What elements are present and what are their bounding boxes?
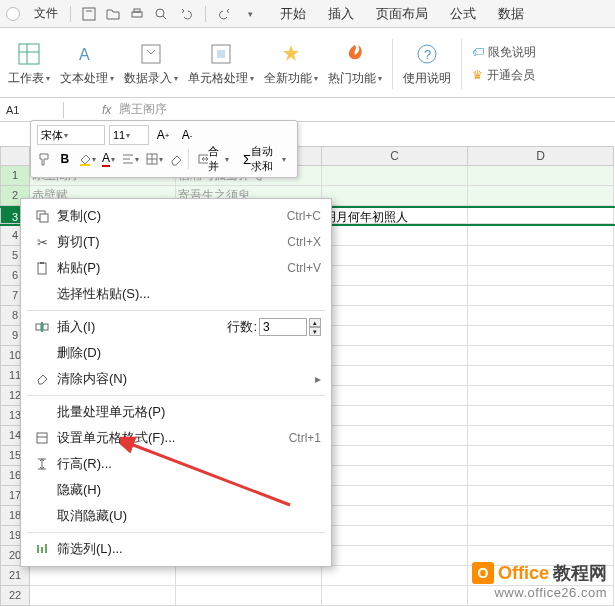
crown-icon: ♛ (472, 68, 483, 82)
bold-button[interactable]: B (57, 149, 73, 169)
quick-access-toolbar: ▾ (75, 6, 258, 22)
open-vip[interactable]: ♛开通会员 (472, 67, 536, 84)
svg-line-5 (163, 16, 166, 19)
svg-rect-25 (38, 263, 46, 274)
insert-icon (31, 320, 53, 334)
cell[interactable] (322, 226, 468, 246)
ribbon-label: 工作表 (8, 70, 44, 87)
menu-separator (27, 395, 325, 396)
file-menu[interactable]: 文件 (26, 5, 66, 22)
menu-paste-special[interactable]: 选择性粘贴(S)... (21, 281, 331, 307)
ribbon-right: 🏷限免说明 ♛开通会员 (472, 44, 536, 84)
ribbon-new-features[interactable]: 全新功能▾ (264, 40, 318, 87)
tab-home[interactable]: 开始 (278, 1, 308, 27)
menu-batch-cells[interactable]: 批量处理单元格(P) (21, 399, 331, 425)
menu-paste[interactable]: 粘贴(P)Ctrl+V (21, 255, 331, 281)
menu-unhide[interactable]: 取消隐藏(U) (21, 503, 331, 529)
redo-icon[interactable] (218, 6, 234, 22)
menu-cut[interactable]: ✂剪切(T)Ctrl+X (21, 229, 331, 255)
worksheet-icon (15, 40, 43, 68)
border-icon[interactable]: ▾ (144, 149, 164, 169)
menu-separator (27, 532, 325, 533)
star-icon (277, 40, 305, 68)
cell[interactable] (468, 246, 614, 266)
svg-point-4 (156, 9, 164, 17)
row-header[interactable]: 21 (0, 566, 30, 586)
fontsize-select[interactable]: 11▾ (109, 125, 149, 145)
merge-button[interactable]: 合并▾ (193, 149, 234, 169)
col-header[interactable]: C (322, 146, 468, 166)
decrease-font-icon[interactable]: A- (177, 125, 197, 145)
print-icon[interactable] (129, 6, 145, 22)
vip-info[interactable]: 🏷限免说明 (472, 44, 536, 61)
formula-text[interactable]: 腾王阁序 (119, 101, 167, 118)
cell[interactable] (322, 166, 468, 186)
cell[interactable] (468, 186, 614, 206)
separator (461, 39, 462, 89)
cell[interactable] (322, 246, 468, 266)
name-box[interactable]: A1 (0, 102, 64, 118)
align-icon[interactable]: ▾ (120, 149, 140, 169)
tab-formula[interactable]: 公式 (448, 1, 478, 27)
svg-rect-36 (41, 547, 43, 553)
row-header[interactable]: 1 (0, 166, 30, 186)
brand-suffix: 教程网 (553, 561, 607, 585)
svg-rect-35 (37, 545, 39, 553)
menu-format-cells[interactable]: 设置单元格格式(F)...Ctrl+1 (21, 425, 331, 451)
cell[interactable]: 明月何年初照人 (322, 208, 468, 224)
context-menu: 复制(C)Ctrl+C ✂剪切(T)Ctrl+X 粘贴(P)Ctrl+V 选择性… (20, 198, 332, 567)
format-painter-icon[interactable] (37, 149, 53, 169)
ribbon-hot[interactable]: 热门功能▾ (328, 40, 382, 87)
cell[interactable] (468, 166, 614, 186)
ribbon-worksheet[interactable]: 工作表▾ (8, 40, 50, 87)
row-header[interactable]: 22 (0, 586, 30, 606)
logo-icon: O (472, 562, 494, 584)
ribbon-text[interactable]: A 文本处理▾ (60, 40, 114, 87)
menu-hide[interactable]: 隐藏(H) (21, 477, 331, 503)
menu-copy[interactable]: 复制(C)Ctrl+C (21, 203, 331, 229)
select-all[interactable] (0, 146, 30, 166)
tab-insert[interactable]: 插入 (326, 1, 356, 27)
ribbon-cell[interactable]: 单元格处理▾ (188, 40, 254, 87)
rows-label: 行数: (227, 318, 257, 336)
menu-delete[interactable]: 删除(D) (21, 340, 331, 366)
tab-layout[interactable]: 页面布局 (374, 1, 430, 27)
autosum-button[interactable]: Σ 自动求和▾ (238, 149, 291, 169)
tab-data[interactable]: 数据 (496, 1, 526, 27)
cell[interactable] (322, 186, 468, 206)
open-icon[interactable] (105, 6, 121, 22)
menu-clear[interactable]: 清除内容(N)▸ (21, 366, 331, 392)
svg-rect-12 (217, 50, 225, 58)
dropdown-icon[interactable]: ▾ (242, 6, 258, 22)
brand-text: Office (498, 563, 549, 584)
svg-rect-24 (40, 214, 48, 222)
new-sheet-icon[interactable] (81, 6, 97, 22)
format-icon (31, 431, 53, 445)
svg-rect-26 (40, 262, 44, 264)
fill-color-icon[interactable]: ▾ (77, 149, 97, 169)
font-select[interactable]: 宋体▾ (37, 125, 105, 145)
ribbon-help[interactable]: ? 使用说明 (403, 40, 451, 87)
copy-icon (31, 209, 53, 223)
mini-toolbar: 宋体▾ 11▾ A+ A- B ▾ A▾ ▾ ▾ 合并▾ Σ 自动求和▾ (30, 120, 298, 178)
col-header[interactable]: D (468, 146, 614, 166)
ribbon-label: 全新功能 (264, 70, 312, 87)
cell[interactable] (468, 208, 614, 224)
menu-filter-column[interactable]: 筛选列(L)... (21, 536, 331, 562)
rows-input[interactable] (259, 318, 307, 336)
svg-rect-2 (132, 12, 142, 17)
svg-rect-0 (83, 8, 95, 20)
undo-icon[interactable] (177, 6, 193, 22)
spinner[interactable]: ▴▾ (309, 318, 321, 336)
svg-rect-15 (80, 164, 90, 166)
menu-row-height[interactable]: 行高(R)... (21, 451, 331, 477)
increase-font-icon[interactable]: A+ (153, 125, 173, 145)
menu-insert[interactable]: 插入(I)行数:▴▾ (21, 314, 331, 340)
preview-icon[interactable] (153, 6, 169, 22)
fx-icon[interactable]: fx (94, 103, 119, 117)
ribbon-data-entry[interactable]: 数据录入▾ (124, 40, 178, 87)
font-color-icon[interactable]: A▾ (101, 149, 117, 169)
eraser-icon[interactable] (168, 149, 184, 169)
clear-icon (31, 372, 53, 386)
cell[interactable] (468, 226, 614, 246)
